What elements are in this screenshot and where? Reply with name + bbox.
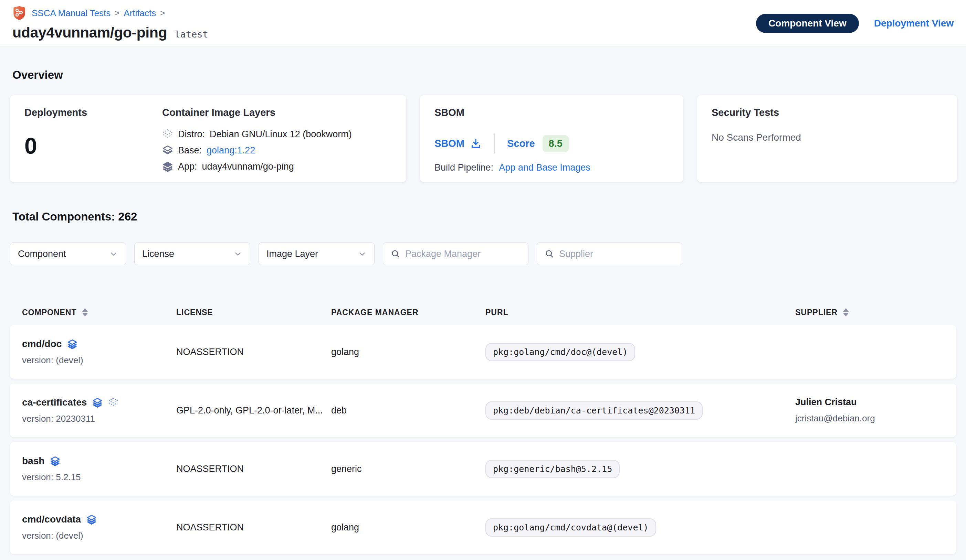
supplier-email: jcristau@debian.org <box>795 413 944 424</box>
package-manager-cell: generic <box>331 464 485 474</box>
title-row: uday4vunnam/go-ping latest <box>12 24 208 41</box>
sbom-download-link[interactable]: SBOM <box>434 138 481 149</box>
sort-icon <box>843 308 849 316</box>
deployments-count: 0 <box>25 133 162 159</box>
page-title: uday4vunnam/go-ping <box>12 24 167 41</box>
component-name: bash <box>22 455 44 467</box>
chevron-down-icon <box>109 249 118 258</box>
layer-list: Distro: Debian GNU/Linux 12 (bookworm) B… <box>162 129 392 172</box>
header-left: SSCA Manual Tests > Artifacts > uday4vun… <box>12 5 208 41</box>
table-row[interactable]: cmd/covdata version: (devel) NOASSERTION… <box>10 501 956 554</box>
component-version: version: (devel) <box>22 355 176 366</box>
component-name: cmd/doc <box>22 339 62 349</box>
component-version: version: 20230311 <box>22 413 176 424</box>
score-badge: 8.5 <box>542 135 569 152</box>
filter-bar: Component License Image Layer <box>10 242 956 265</box>
sbom-card-title: SBOM <box>434 107 669 118</box>
security-tests-title: Security Tests <box>711 107 943 118</box>
layers-icon <box>86 514 97 525</box>
component-name: ca-certificates <box>22 397 87 408</box>
security-tests-status: No Scans Performed <box>711 132 943 143</box>
sbom-card: SBOM SBOM Score 8.5 Build Pipeline: App … <box>420 95 683 182</box>
supplier-search[interactable] <box>537 242 682 265</box>
component-name: cmd/covdata <box>22 514 81 525</box>
dropdown-label: Image Layer <box>266 249 318 259</box>
components-table: COMPONENT LICENSE PACKAGE MANAGER PURL S… <box>10 300 956 554</box>
license-cell: NOASSERTION <box>176 464 331 474</box>
column-header-supplier[interactable]: SUPPLIER <box>795 308 944 317</box>
artifact-tag-badge: latest <box>174 29 208 39</box>
supplier-cell: Julien Cristau jcristau@debian.org <box>795 397 944 424</box>
build-pipeline-row: Build Pipeline: App and Base Images <box>434 162 669 173</box>
package-manager-cell: deb <box>331 405 485 416</box>
dropdown-label: Component <box>18 249 66 259</box>
overview-cards: Deployments 0 Container Image Layers Dis… <box>10 95 956 182</box>
base-image-link[interactable]: golang:1.22 <box>207 145 255 156</box>
component-version: version: 5.2.15 <box>22 472 176 483</box>
component-cell: cmd/covdata version: (devel) <box>22 514 176 541</box>
package-manager-cell: golang <box>331 522 485 533</box>
breadcrumb-artifacts-link[interactable]: Artifacts <box>123 8 156 18</box>
layer-item-distro: Distro: Debian GNU/Linux 12 (bookworm) <box>162 129 392 140</box>
component-cell: ca-certificates version: 20230311 <box>22 397 176 424</box>
supplier-search-input[interactable] <box>559 249 674 259</box>
deployments-and-layers-card: Deployments 0 Container Image Layers Dis… <box>10 95 406 182</box>
table-row[interactable]: bash version: 5.2.15 NOASSERTION generic… <box>10 442 956 496</box>
chevron-down-icon <box>233 249 242 258</box>
package-manager-search-input[interactable] <box>405 249 521 259</box>
vertical-divider <box>494 133 495 154</box>
ssca-logo-icon <box>12 5 26 21</box>
table-row[interactable]: cmd/doc version: (devel) NOASSERTION gol… <box>10 325 956 379</box>
layer-value: uday4vunnam/go-ping <box>202 161 294 172</box>
breadcrumb-separator: > <box>160 8 165 18</box>
license-cell: GPL-2.0-only, GPL-2.0-or-later, M... <box>176 405 331 416</box>
layers-icon <box>92 397 103 408</box>
download-icon <box>470 138 481 149</box>
purl-cell: pkg:golang/cmd/doc@(devel) <box>485 343 795 361</box>
deployments-block: Deployments 0 <box>25 107 162 170</box>
purl-cell: pkg:generic/bash@5.2.15 <box>485 460 795 478</box>
layers-outline-icon <box>108 397 118 408</box>
layers-half-icon <box>162 145 173 156</box>
image-layer-filter-dropdown[interactable]: Image Layer <box>258 242 375 265</box>
layer-label: Distro: <box>178 129 205 140</box>
security-tests-card: Security Tests No Scans Performed <box>697 95 957 182</box>
deployment-view-link[interactable]: Deployment View <box>874 18 954 29</box>
component-cell: bash version: 5.2.15 <box>22 455 176 483</box>
layer-item-app: App: uday4vunnam/go-ping <box>162 161 392 172</box>
purl-cell: pkg:deb/debian/ca-certificates@20230311 <box>485 401 795 420</box>
column-header-component[interactable]: COMPONENT <box>22 308 176 317</box>
breadcrumb: SSCA Manual Tests > Artifacts > <box>12 5 208 21</box>
layers-outline-icon <box>162 129 173 140</box>
package-manager-cell: golang <box>331 347 485 357</box>
layer-value: Debian GNU/Linux 12 (bookworm) <box>210 129 352 140</box>
purl-pill: pkg:golang/cmd/doc@(devel) <box>485 343 635 361</box>
component-cell: cmd/doc version: (devel) <box>22 339 176 366</box>
license-filter-dropdown[interactable]: License <box>134 242 250 265</box>
page-header: SSCA Manual Tests > Artifacts > uday4vun… <box>0 0 966 46</box>
table-header: COMPONENT LICENSE PACKAGE MANAGER PURL S… <box>10 300 956 325</box>
column-header-package-manager: PACKAGE MANAGER <box>331 308 485 317</box>
sort-icon <box>82 308 88 316</box>
breadcrumb-project-link[interactable]: SSCA Manual Tests <box>32 8 110 18</box>
sbom-score-row: SBOM Score 8.5 <box>434 133 669 154</box>
license-cell: NOASSERTION <box>176 522 331 533</box>
view-toggle: Component View Deployment View <box>756 14 954 33</box>
build-pipeline-link[interactable]: App and Base Images <box>499 162 590 173</box>
search-icon <box>391 249 400 259</box>
component-version: version: (devel) <box>22 531 176 541</box>
column-header-purl: PURL <box>485 308 795 317</box>
dropdown-label: License <box>142 249 174 259</box>
package-manager-search[interactable] <box>383 242 529 265</box>
table-row[interactable]: ca-certificates version: 20230311 GPL-2.… <box>10 383 956 437</box>
container-image-layers-label: Container Image Layers <box>162 107 392 118</box>
breadcrumb-separator: > <box>115 8 120 18</box>
total-components-heading: Total Components: 262 <box>12 210 956 223</box>
overview-heading: Overview <box>12 69 956 82</box>
purl-pill: pkg:golang/cmd/covdata@(devel) <box>485 518 656 537</box>
column-header-license: LICENSE <box>176 308 331 317</box>
component-view-button[interactable]: Component View <box>756 14 859 33</box>
purl-pill: pkg:generic/bash@5.2.15 <box>485 460 620 478</box>
layers-filled-icon <box>162 161 173 172</box>
component-filter-dropdown[interactable]: Component <box>10 242 126 265</box>
